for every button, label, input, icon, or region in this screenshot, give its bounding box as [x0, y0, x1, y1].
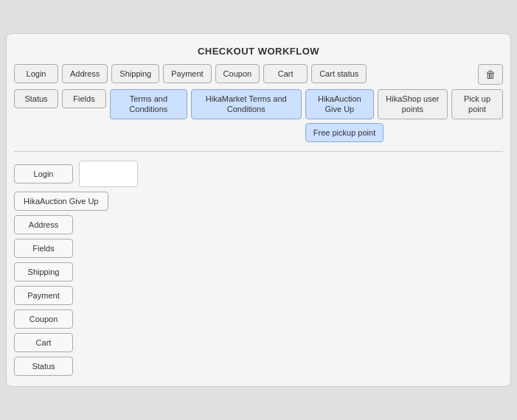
wf-btn-address[interactable]: Address — [14, 215, 73, 234]
btn-address[interactable]: Address — [62, 64, 108, 83]
btn-terms-conditions[interactable]: Terms and Conditions — [110, 89, 187, 119]
btn-free-pickup-point[interactable]: Free pickup point — [305, 123, 384, 142]
wf-btn-login[interactable]: Login — [14, 164, 73, 183]
wf-row-0: Login — [14, 161, 503, 187]
wf-row-7: Cart — [14, 333, 503, 352]
divider — [14, 151, 503, 152]
btn-pickup-point[interactable]: Pick up point — [451, 89, 503, 119]
toolbar: Login Address Shipping Payment Coupon Ca… — [14, 64, 503, 142]
btn-status[interactable]: Status — [14, 89, 58, 108]
btn-hikamarket-terms[interactable]: HikaMarket Terms and Conditions — [191, 89, 302, 119]
btn-hikaaution-giveup[interactable]: HikaAuction Give Up — [305, 89, 374, 119]
btn-login[interactable]: Login — [14, 64, 58, 83]
wf-empty-box — [79, 161, 138, 187]
toolbar-row2: Status Fields Terms and Conditions HikaM… — [14, 89, 503, 142]
wf-row-8: Status — [14, 357, 503, 376]
wf-btn-hikaaution-giveup[interactable]: HikaAuction Give Up — [14, 192, 108, 211]
wf-btn-coupon[interactable]: Coupon — [14, 309, 73, 329]
main-container: CHECKOUT WORKFLOW Login Address Shipping… — [6, 33, 511, 387]
wf-row-1: HikaAuction Give Up — [14, 192, 503, 211]
wf-btn-cart[interactable]: Cart — [14, 333, 73, 352]
wf-btn-status[interactable]: Status — [14, 357, 73, 376]
wf-btn-payment[interactable]: Payment — [14, 286, 73, 305]
wf-row-6: Coupon — [14, 309, 503, 329]
btn-cart[interactable]: Cart — [263, 64, 308, 83]
wf-row-2: Address — [14, 215, 503, 234]
toolbar-row1: Login Address Shipping Payment Coupon Ca… — [14, 64, 503, 85]
trash-button[interactable]: 🗑 — [478, 64, 503, 85]
btn-hikashop-user-points[interactable]: HikaShop user points — [378, 89, 448, 119]
wf-btn-fields[interactable]: Fields — [14, 239, 73, 258]
wf-btn-shipping[interactable]: Shipping — [14, 262, 73, 281]
wf-row-3: Fields — [14, 239, 503, 258]
toolbar-row1-buttons: Login Address Shipping Payment Coupon Ca… — [14, 64, 474, 83]
btn-shipping[interactable]: Shipping — [111, 64, 159, 83]
btn-payment[interactable]: Payment — [163, 64, 211, 83]
wf-row-5: Payment — [14, 286, 503, 305]
btn-fields[interactable]: Fields — [62, 89, 106, 108]
btn-coupon[interactable]: Coupon — [215, 64, 260, 83]
btn-cart-status[interactable]: Cart status — [311, 64, 367, 83]
wf-row-4: Shipping — [14, 262, 503, 281]
page-title: CHECKOUT WORKFLOW — [14, 41, 503, 64]
workflow-area: Login HikaAuction Give Up Address Fields… — [14, 158, 503, 379]
